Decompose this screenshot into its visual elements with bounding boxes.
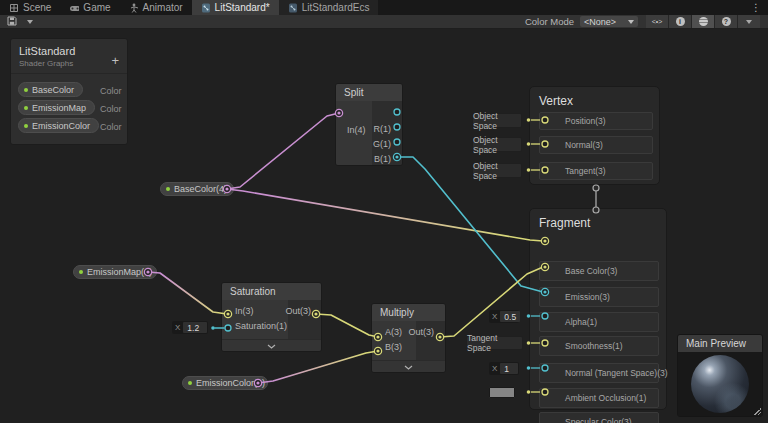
tab-animator[interactable]: Animator	[120, 0, 192, 15]
dropdown-caret-icon	[746, 20, 752, 24]
node-multiply[interactable]: Multiply A(3) B(3) Out(3)	[371, 303, 446, 373]
port-label: R(1)	[374, 124, 392, 134]
gamepad-icon	[69, 3, 79, 13]
save-icon	[7, 16, 17, 28]
context-title: Fragment	[530, 209, 666, 230]
context-title: Vertex	[530, 87, 659, 108]
fragment-normal-row[interactable]: Normal (Tangent Space)(3)	[539, 363, 659, 383]
fragment-alpha-row[interactable]: Alpha(1)	[539, 312, 659, 332]
fragment-basecolor-row[interactable]: Base Color(3)	[539, 261, 659, 281]
preview-viewport[interactable]	[678, 352, 762, 417]
vertex-position-row[interactable]: Position(3)	[539, 112, 653, 130]
save-options-button[interactable]	[22, 16, 38, 28]
tab-litstandardecs[interactable]: LitStandardEcs	[279, 0, 379, 15]
vertex-tangent-row[interactable]: Tangent(3)	[539, 162, 653, 180]
exposed-dot-icon	[24, 124, 28, 128]
main-preview-panel[interactable]: Main Preview	[677, 334, 763, 417]
field-value: 0.5	[500, 311, 520, 322]
field-x-label: X	[489, 364, 500, 373]
vertex-context-block[interactable]: Vertex Position(3) Normal(3) Tangent(3)	[529, 86, 660, 185]
chevron-down-icon	[267, 344, 276, 349]
scene-grid-icon	[9, 3, 19, 13]
dropdown-caret-icon	[628, 20, 634, 24]
blackboard-property-emissioncolor[interactable]: EmissionColor	[18, 118, 99, 133]
add-property-button[interactable]: +	[111, 53, 119, 68]
blackboard-title: LitStandard	[11, 39, 127, 57]
fragment-smoothness-row[interactable]: Smoothness(1)	[539, 336, 659, 356]
smoothness-value-field[interactable]: X 0.5	[489, 310, 519, 323]
blackboard-property-basecolor[interactable]: BaseColor	[18, 82, 83, 97]
fragment-emission-row[interactable]: Emission(3)	[539, 287, 659, 307]
port-label: Alpha(1)	[565, 317, 597, 327]
port-label: Smoothness(1)	[565, 341, 623, 351]
exposed-dot-icon	[24, 106, 28, 110]
node-emissionmap-property[interactable]: EmissionMap(4)	[73, 265, 157, 279]
port-label: Out(3)	[285, 306, 311, 316]
node-label: EmissionMap(4)	[87, 267, 152, 277]
field-x-label: X	[172, 323, 183, 332]
main-preview-title: Main Preview	[678, 335, 762, 352]
specular-color-swatch[interactable]	[489, 387, 515, 398]
property-name: EmissionColor	[32, 121, 90, 131]
field-value: 1.2	[183, 322, 207, 333]
node-saturation[interactable]: Saturation In(3) Saturation(1) Out(3)	[221, 282, 322, 352]
ao-value-field[interactable]: X 1	[489, 362, 519, 375]
tab-label: Game	[83, 2, 110, 13]
code-view-button[interactable]: <•>	[646, 15, 668, 28]
graph-canvas[interactable]: LitStandard Shader Graphs + BaseColor Co…	[0, 29, 768, 423]
port-label: G(1)	[373, 139, 391, 149]
port-label: Out(3)	[408, 327, 434, 337]
help-icon: ?	[722, 17, 731, 26]
port-label: B(3)	[385, 342, 402, 352]
saturation-value-field[interactable]: X 1.2	[172, 321, 208, 334]
more-options-button[interactable]	[738, 15, 760, 28]
kebab-menu-icon[interactable]: ⋮	[744, 0, 768, 15]
blackboard-property-emissionmap[interactable]: EmissionMap	[18, 100, 95, 115]
node-label: EmissionColor(4)	[196, 378, 265, 388]
port-label: Ambient Occlusion(1)	[565, 393, 646, 403]
tangent-space-dropdown[interactable]: Object Space	[472, 163, 522, 178]
property-type: Color	[100, 122, 122, 132]
preview-sphere	[691, 355, 749, 413]
color-mode-label: Color Mode	[525, 16, 580, 27]
node-emissioncolor-property[interactable]: EmissionColor(4)	[182, 376, 268, 390]
port-label: In(4)	[347, 125, 366, 135]
property-name: EmissionMap	[32, 103, 86, 113]
vertex-normal-row[interactable]: Normal(3)	[539, 136, 653, 154]
port-label: Normal(3)	[565, 140, 603, 150]
main-preview-toggle-button[interactable]	[692, 15, 714, 28]
shadergraph-icon	[288, 3, 298, 13]
position-space-dropdown[interactable]: Object Space	[472, 113, 522, 128]
shadergraph-toolbar: Color Mode <None> <•> i ?	[0, 15, 768, 29]
fragment-ao-row[interactable]: Ambient Occlusion(1)	[539, 388, 659, 408]
tab-label: Scene	[23, 2, 51, 13]
port-label: B(1)	[374, 154, 391, 164]
node-split[interactable]: Split In(4) R(1) G(1) B(1) A(1)	[335, 83, 403, 166]
help-button[interactable]: ?	[715, 15, 737, 28]
fragment-specular-row[interactable]: Specular Color(3)	[539, 412, 659, 423]
tab-litstandard[interactable]: LitStandard*	[192, 0, 279, 15]
node-label: BaseColor(4)	[174, 184, 227, 194]
collapse-preview-button[interactable]	[222, 339, 321, 352]
field-x-label: X	[489, 312, 500, 321]
animator-icon	[129, 3, 139, 13]
exposed-dot-icon	[79, 270, 83, 274]
resize-grip[interactable]	[754, 408, 761, 415]
port-label: A(3)	[385, 327, 402, 337]
node-basecolor-property[interactable]: BaseColor(4)	[160, 182, 234, 196]
port-label: Tangent(3)	[565, 166, 606, 176]
normal-space-dropdown[interactable]: Object Space	[472, 137, 522, 152]
dropdown-value: Object Space	[473, 161, 521, 181]
fragment-context-block[interactable]: Fragment Base Color(3) Emission(3) Alpha…	[529, 208, 667, 410]
exposed-dot-icon	[188, 381, 192, 385]
color-mode-dropdown[interactable]: <None>	[580, 16, 638, 27]
save-asset-button[interactable]	[4, 16, 20, 28]
tab-scene[interactable]: Scene	[0, 0, 60, 15]
collapse-preview-button[interactable]	[372, 360, 445, 373]
normal-space-mode-dropdown[interactable]: Tangent Space	[466, 336, 523, 350]
inspector-button[interactable]: i	[669, 15, 691, 28]
blackboard-panel[interactable]: LitStandard Shader Graphs + BaseColor Co…	[10, 38, 128, 145]
tab-game[interactable]: Game	[60, 0, 119, 15]
port-label: Normal (Tangent Space)(3)	[565, 368, 668, 378]
property-type: Color	[100, 86, 122, 96]
